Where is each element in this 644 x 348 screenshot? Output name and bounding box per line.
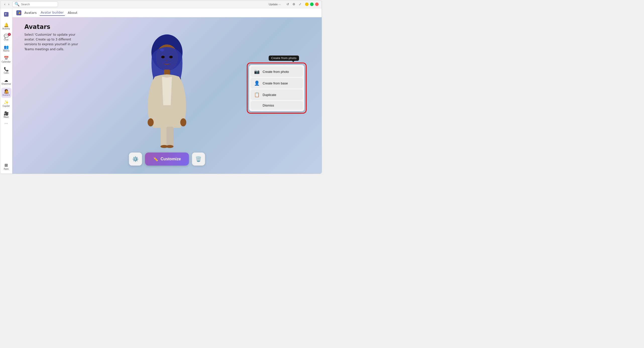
- create-from-photo-label: Create from photo: [263, 70, 289, 74]
- sidebar-bottom: ⊞ Apps: [1, 162, 11, 172]
- settings-gear-icon: ⚙️: [132, 156, 139, 162]
- customize-label: Customize: [161, 157, 181, 161]
- app-icon-small: 🎭: [16, 10, 21, 15]
- sidebar-label-onedrive: OneDrive: [2, 83, 11, 85]
- avatars-icon: 🧑‍🎤: [4, 89, 9, 93]
- tab-about[interactable]: About: [67, 10, 78, 16]
- svg-text:T: T: [5, 13, 7, 16]
- sidebar: T 🔔 Activity 💬 Chat 3 👥 Teams 📅 Calendar: [0, 8, 12, 174]
- minimize-button[interactable]: [305, 3, 309, 6]
- svg-point-13: [160, 48, 164, 52]
- sidebar-item-calls[interactable]: 📞 Calls: [1, 66, 11, 76]
- delete-trash-icon: 🗑️: [195, 156, 202, 162]
- tab-avatars[interactable]: Avatars: [23, 10, 38, 16]
- customize-pencil-icon: ✏️: [153, 157, 158, 162]
- copilot-icon: ✨: [4, 101, 9, 105]
- bottom-toolbar: ⚙️ ✏️ Customize 🗑️: [129, 153, 205, 166]
- popup-menu: 📷 Create from photo 👤 Create from base 📋…: [249, 65, 304, 111]
- search-bar[interactable]: 🔍: [12, 2, 58, 7]
- calendar-icon: 📅: [4, 56, 9, 60]
- popup-tooltip: Create from photo: [269, 56, 299, 61]
- sidebar-label-copilot: Copilot: [3, 105, 10, 107]
- update-button[interactable]: Update ···: [267, 2, 282, 6]
- duplicate-label: Duplicate: [263, 93, 276, 97]
- popup-border: Create from photo 📷 Create from photo 👤 …: [247, 63, 307, 114]
- sidebar-item-activity[interactable]: 🔔 Activity: [1, 21, 11, 31]
- page-title: Avatars: [24, 23, 80, 30]
- main-area: 🎭 Avatars Avatar builder About Avatars S…: [12, 8, 322, 174]
- svg-point-5: [169, 56, 173, 58]
- sidebar-label-teams: Teams: [3, 50, 9, 52]
- window-controls: ↺ ⚙ ⤢: [284, 2, 319, 7]
- app-icon-glyph: 🎭: [17, 11, 21, 14]
- avatar-figure: [132, 25, 202, 156]
- camera-icon: 📷: [254, 69, 260, 74]
- search-input[interactable]: [21, 3, 56, 6]
- svg-rect-10: [166, 127, 173, 147]
- sidebar-item-onedrive[interactable]: ☁ OneDrive: [1, 77, 11, 87]
- sidebar-item-teams[interactable]: 👥 Teams: [1, 43, 11, 54]
- sidebar-label-avatars: Avatars: [2, 94, 10, 96]
- content-area: Avatars Select 'Customize' to update you…: [12, 17, 322, 174]
- delete-button[interactable]: 🗑️: [192, 153, 205, 166]
- svg-point-8: [180, 118, 186, 126]
- back-button[interactable]: ‹: [3, 2, 6, 7]
- refresh-icon-button[interactable]: ↺: [285, 2, 290, 7]
- dismiss-label: Dismiss: [263, 104, 274, 107]
- title-bar-left: ‹ › 🔍: [3, 2, 58, 7]
- svg-point-12: [166, 145, 173, 148]
- title-bar-right: Update ··· ↺ ⚙ ⤢: [267, 2, 319, 7]
- sidebar-item-copilot[interactable]: ✨ Copilot: [1, 99, 11, 109]
- sidebar-label-apps: Apps: [4, 168, 9, 170]
- sidebar-item-apps[interactable]: ⊞ Apps: [1, 162, 11, 172]
- sidebar-item-avatars[interactable]: 🧑‍🎤 Avatars: [1, 88, 11, 98]
- svg-point-4: [161, 56, 165, 58]
- page-description: Select 'Customize' to update your avatar…: [24, 32, 80, 52]
- avatar-svg: [137, 27, 197, 153]
- sidebar-label-calls: Calls: [4, 72, 9, 74]
- base-avatar-icon: 👤: [254, 80, 260, 86]
- create-from-photo-button[interactable]: 📷 Create from photo: [251, 66, 303, 77]
- sidebar-label-calendar: Calendar: [2, 61, 11, 63]
- tab-avatar-builder[interactable]: Avatar builder: [40, 10, 65, 16]
- dismiss-button[interactable]: Dismiss: [251, 101, 303, 110]
- sidebar-more-button[interactable]: ···: [1, 121, 11, 126]
- create-from-base-label: Create from base: [263, 81, 288, 85]
- sidebar-label-chat: Chat: [4, 39, 9, 41]
- title-bar: ‹ › 🔍 Update ··· ↺ ⚙ ⤢: [0, 0, 322, 8]
- top-right-icons: ↺ ⚙ ⤢: [284, 2, 304, 7]
- duplicate-icon: 📋: [254, 92, 260, 97]
- chat-badge: 3: [8, 33, 11, 36]
- page-info: Avatars Select 'Customize' to update you…: [24, 23, 80, 52]
- apps-icon: ⊞: [5, 163, 8, 167]
- customize-button[interactable]: ✏️ Customize: [145, 153, 189, 166]
- app-window: ‹ › 🔍 Update ··· ↺ ⚙ ⤢: [0, 0, 322, 174]
- close-button[interactable]: [315, 3, 319, 6]
- teams-logo: T: [2, 10, 10, 18]
- sidebar-item-chat[interactable]: 💬 Chat 3: [1, 32, 11, 42]
- inner-layout: T 🔔 Activity 💬 Chat 3 👥 Teams 📅 Calendar: [0, 8, 322, 174]
- teams-icon: 👥: [4, 45, 9, 49]
- create-from-base-button[interactable]: 👤 Create from base: [251, 78, 303, 88]
- forward-button[interactable]: ›: [7, 2, 10, 7]
- settings-icon-button[interactable]: ⚙: [291, 2, 297, 7]
- sidebar-item-meet[interactable]: 🎥 Meet: [1, 110, 11, 120]
- sidebar-label-activity: Activity: [3, 28, 10, 30]
- search-icon: 🔍: [15, 2, 20, 7]
- sidebar-label-meet: Meet: [4, 116, 9, 118]
- popout-icon-button[interactable]: ⤢: [298, 2, 303, 7]
- calls-icon: 📞: [4, 67, 9, 71]
- popup-wrapper: Create from photo 📷 Create from photo 👤 …: [247, 63, 307, 114]
- duplicate-button[interactable]: 📋 Duplicate: [251, 89, 303, 100]
- title-bar-nav: ‹ ›: [3, 2, 10, 7]
- onedrive-icon: ☁: [4, 78, 8, 82]
- meet-icon: 🎥: [4, 112, 9, 116]
- svg-point-7: [148, 118, 154, 126]
- settings-button[interactable]: ⚙️: [129, 153, 142, 166]
- sidebar-item-calendar[interactable]: 📅 Calendar: [1, 55, 11, 65]
- activity-icon: 🔔: [4, 23, 9, 27]
- maximize-button[interactable]: [310, 3, 314, 6]
- tab-bar: 🎭 Avatars Avatar builder About: [12, 8, 322, 17]
